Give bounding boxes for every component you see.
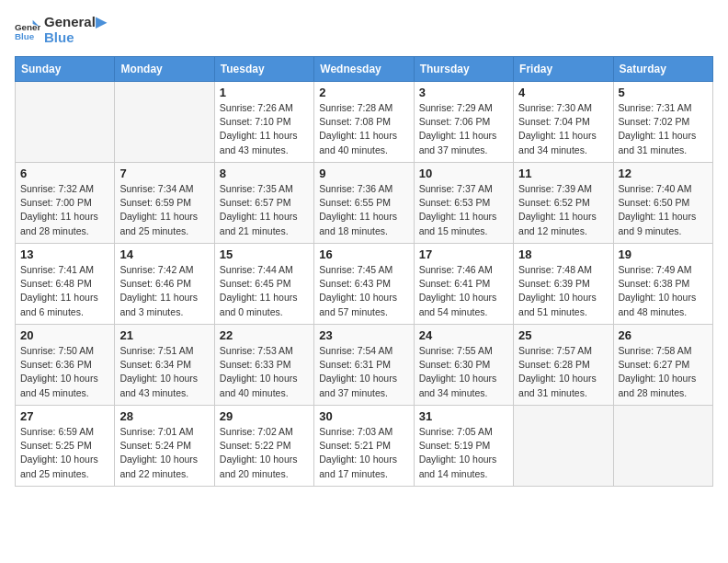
day-info: Sunrise: 7:31 AM Sunset: 7:02 PM Dayligh… <box>619 101 708 157</box>
day-number: 9 <box>319 167 408 180</box>
calendar-cell: 19 Sunrise: 7:49 AM Sunset: 6:38 PM Dayl… <box>613 244 712 325</box>
day-info: Sunrise: 7:41 AM Sunset: 6:48 PM Dayligh… <box>20 263 109 319</box>
day-info: Sunrise: 7:55 AM Sunset: 6:30 PM Dayligh… <box>419 344 508 400</box>
calendar-cell: 4 Sunrise: 7:30 AM Sunset: 7:04 PM Dayli… <box>514 82 613 163</box>
day-number: 16 <box>319 247 408 261</box>
weekday-header-saturday: Saturday <box>613 57 712 82</box>
calendar-cell: 3 Sunrise: 7:29 AM Sunset: 7:06 PM Dayli… <box>414 82 513 163</box>
calendar-cell <box>613 406 712 487</box>
logo: General Blue General▶ Blue <box>15 15 107 45</box>
calendar-cell: 15 Sunrise: 7:44 AM Sunset: 6:45 PM Dayl… <box>214 244 313 325</box>
day-info: Sunrise: 7:40 AM Sunset: 6:50 PM Dayligh… <box>619 182 708 238</box>
day-number: 5 <box>619 86 708 99</box>
day-number: 27 <box>20 409 109 423</box>
day-info: Sunrise: 7:44 AM Sunset: 6:45 PM Dayligh… <box>220 263 309 319</box>
calendar-cell: 10 Sunrise: 7:37 AM Sunset: 6:53 PM Dayl… <box>414 163 513 244</box>
calendar-cell: 18 Sunrise: 7:48 AM Sunset: 6:39 PM Dayl… <box>514 244 613 325</box>
logo-line1: General▶ <box>44 15 107 30</box>
day-info: Sunrise: 7:36 AM Sunset: 6:55 PM Dayligh… <box>319 182 408 238</box>
day-number: 11 <box>518 167 608 180</box>
calendar-cell: 1 Sunrise: 7:26 AM Sunset: 7:10 PM Dayli… <box>214 82 313 163</box>
calendar-cell: 31 Sunrise: 7:05 AM Sunset: 5:19 PM Dayl… <box>414 406 513 487</box>
calendar-cell: 5 Sunrise: 7:31 AM Sunset: 7:02 PM Dayli… <box>613 82 712 163</box>
day-info: Sunrise: 7:58 AM Sunset: 6:27 PM Dayligh… <box>619 344 708 400</box>
calendar-cell: 12 Sunrise: 7:40 AM Sunset: 6:50 PM Dayl… <box>613 163 712 244</box>
day-info: Sunrise: 7:48 AM Sunset: 6:39 PM Dayligh… <box>518 263 608 319</box>
calendar-cell: 20 Sunrise: 7:50 AM Sunset: 6:36 PM Dayl… <box>16 325 115 406</box>
calendar-cell: 29 Sunrise: 7:02 AM Sunset: 5:22 PM Dayl… <box>214 406 313 487</box>
calendar-week-row: 6 Sunrise: 7:32 AM Sunset: 7:00 PM Dayli… <box>16 163 713 244</box>
calendar-cell: 9 Sunrise: 7:36 AM Sunset: 6:55 PM Dayli… <box>314 163 414 244</box>
day-number: 13 <box>20 247 109 261</box>
day-number: 3 <box>419 86 508 99</box>
calendar-cell <box>16 82 115 163</box>
calendar-table: SundayMondayTuesdayWednesdayThursdayFrid… <box>15 56 713 487</box>
calendar-cell: 30 Sunrise: 7:03 AM Sunset: 5:21 PM Dayl… <box>314 406 414 487</box>
weekday-header-monday: Monday <box>115 57 214 82</box>
day-number: 21 <box>119 328 209 342</box>
logo-line2: Blue <box>44 30 107 46</box>
calendar-cell: 26 Sunrise: 7:58 AM Sunset: 6:27 PM Dayl… <box>613 325 712 406</box>
calendar-cell <box>514 406 613 487</box>
day-info: Sunrise: 7:03 AM Sunset: 5:21 PM Dayligh… <box>319 425 408 481</box>
day-info: Sunrise: 7:37 AM Sunset: 6:53 PM Dayligh… <box>419 182 508 238</box>
day-info: Sunrise: 7:54 AM Sunset: 6:31 PM Dayligh… <box>319 344 408 400</box>
day-info: Sunrise: 7:26 AM Sunset: 7:10 PM Dayligh… <box>220 101 309 157</box>
day-number: 6 <box>20 167 109 180</box>
day-info: Sunrise: 7:46 AM Sunset: 6:41 PM Dayligh… <box>419 263 508 319</box>
day-info: Sunrise: 6:59 AM Sunset: 5:25 PM Dayligh… <box>20 425 109 481</box>
calendar-cell: 24 Sunrise: 7:55 AM Sunset: 6:30 PM Dayl… <box>414 325 513 406</box>
day-number: 4 <box>518 86 608 99</box>
weekday-header-sunday: Sunday <box>16 57 115 82</box>
day-info: Sunrise: 7:30 AM Sunset: 7:04 PM Dayligh… <box>518 101 608 157</box>
day-info: Sunrise: 7:35 AM Sunset: 6:57 PM Dayligh… <box>220 182 309 238</box>
day-info: Sunrise: 7:39 AM Sunset: 6:52 PM Dayligh… <box>518 182 608 238</box>
weekday-header-row: SundayMondayTuesdayWednesdayThursdayFrid… <box>16 57 713 82</box>
day-number: 22 <box>220 328 309 342</box>
day-info: Sunrise: 7:51 AM Sunset: 6:34 PM Dayligh… <box>119 344 209 400</box>
day-info: Sunrise: 7:32 AM Sunset: 7:00 PM Dayligh… <box>20 182 109 238</box>
day-number: 23 <box>319 328 408 342</box>
day-info: Sunrise: 7:42 AM Sunset: 6:46 PM Dayligh… <box>119 263 209 319</box>
day-number: 12 <box>619 167 708 180</box>
calendar-cell: 21 Sunrise: 7:51 AM Sunset: 6:34 PM Dayl… <box>115 325 214 406</box>
day-number: 30 <box>319 409 408 423</box>
calendar-cell: 2 Sunrise: 7:28 AM Sunset: 7:08 PM Dayli… <box>314 82 414 163</box>
day-number: 17 <box>419 247 508 261</box>
calendar-cell: 28 Sunrise: 7:01 AM Sunset: 5:24 PM Dayl… <box>115 406 214 487</box>
day-info: Sunrise: 7:29 AM Sunset: 7:06 PM Dayligh… <box>419 101 508 157</box>
day-number: 24 <box>419 328 508 342</box>
calendar-cell: 11 Sunrise: 7:39 AM Sunset: 6:52 PM Dayl… <box>514 163 613 244</box>
day-number: 28 <box>119 409 209 423</box>
weekday-header-wednesday: Wednesday <box>314 57 414 82</box>
calendar-cell: 13 Sunrise: 7:41 AM Sunset: 6:48 PM Dayl… <box>16 244 115 325</box>
day-number: 1 <box>220 86 309 99</box>
day-info: Sunrise: 7:49 AM Sunset: 6:38 PM Dayligh… <box>619 263 708 319</box>
calendar-cell: 7 Sunrise: 7:34 AM Sunset: 6:59 PM Dayli… <box>115 163 214 244</box>
day-number: 18 <box>518 247 608 261</box>
day-info: Sunrise: 7:05 AM Sunset: 5:19 PM Dayligh… <box>419 425 508 481</box>
calendar-cell: 22 Sunrise: 7:53 AM Sunset: 6:33 PM Dayl… <box>214 325 313 406</box>
calendar-cell: 14 Sunrise: 7:42 AM Sunset: 6:46 PM Dayl… <box>115 244 214 325</box>
day-number: 2 <box>319 86 408 99</box>
calendar-cell: 27 Sunrise: 6:59 AM Sunset: 5:25 PM Dayl… <box>16 406 115 487</box>
day-number: 19 <box>619 247 708 261</box>
day-info: Sunrise: 7:57 AM Sunset: 6:28 PM Dayligh… <box>518 344 608 400</box>
day-info: Sunrise: 7:02 AM Sunset: 5:22 PM Dayligh… <box>220 425 309 481</box>
day-number: 10 <box>419 167 508 180</box>
day-number: 26 <box>619 328 708 342</box>
day-number: 31 <box>419 409 508 423</box>
svg-text:Blue: Blue <box>15 30 35 40</box>
page-header: General Blue General▶ Blue <box>15 15 713 45</box>
day-info: Sunrise: 7:28 AM Sunset: 7:08 PM Dayligh… <box>319 101 408 157</box>
calendar-cell <box>115 82 214 163</box>
day-number: 29 <box>220 409 309 423</box>
day-info: Sunrise: 7:50 AM Sunset: 6:36 PM Dayligh… <box>20 344 109 400</box>
day-info: Sunrise: 7:34 AM Sunset: 6:59 PM Dayligh… <box>119 182 209 238</box>
calendar-cell: 23 Sunrise: 7:54 AM Sunset: 6:31 PM Dayl… <box>314 325 414 406</box>
day-number: 25 <box>518 328 608 342</box>
weekday-header-tuesday: Tuesday <box>214 57 313 82</box>
day-number: 7 <box>119 167 209 180</box>
day-number: 15 <box>220 247 309 261</box>
day-info: Sunrise: 7:01 AM Sunset: 5:24 PM Dayligh… <box>119 425 209 481</box>
